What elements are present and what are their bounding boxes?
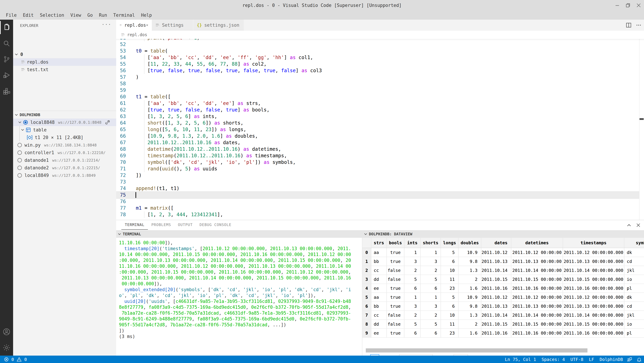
settings-gear-icon[interactable] [0,340,13,356]
explorer-section-0[interactable]: 0 [13,51,116,58]
tab-settings.json[interactable]: {}settings.json [194,20,244,31]
connection-datanode1[interactable]: datanode1ws://127.0.0.1:22214/ [13,156,116,164]
line-number: 76 [116,198,126,205]
source-control-icon[interactable] [0,51,13,67]
menu-selection[interactable]: Selection [37,11,67,19]
editor-scrollbar[interactable] [639,39,644,220]
breadcrumb[interactable]: repl.dos [116,31,644,39]
close-button[interactable] [633,0,644,11]
terminal-line: o', 'pl', 'dk', 'cd', 'jkl', 'io', 'pl',… [119,293,362,298]
column-header-dates[interactable]: dates [481,238,511,248]
column-header-longs[interactable]: longs [441,238,458,248]
close-panel-icon[interactable] [636,223,640,227]
connection-t1[interactable]: t1 20 × 11 [2.4KB] [13,134,116,141]
eol-sequence[interactable]: LF [586,357,597,362]
column-header-timestamps[interactable]: timestamps [563,238,624,248]
more-actions-icon[interactable]: ··· [102,22,111,27]
cell: 2011.10.16 00:00:00 [511,329,563,337]
editor-more-actions-icon[interactable] [636,22,641,28]
line-number: 58 [116,80,126,87]
file-icon [21,60,25,64]
run-debug-icon[interactable] [0,67,13,83]
encoding[interactable]: UTF-8 [568,357,586,362]
menu-go[interactable]: Go [84,11,96,19]
explorer-icon[interactable] [0,20,13,35]
dataview-header[interactable]: DOLPHINDB: DATAVIEW [362,230,644,238]
file-icon [121,33,125,37]
connection-table[interactable]: table [13,126,116,134]
editor-tab-bar: repl.dosSettings{}settings.json [116,20,644,31]
cell: 2 [420,266,441,275]
cell: 6 [420,329,441,337]
search-icon[interactable] [0,35,13,51]
breadcrumb-item[interactable]: repl.dos [127,32,147,37]
cell: 5 [404,320,420,328]
cell: dd [371,320,387,328]
maximize-panel-icon[interactable] [627,223,631,227]
connection-local8849[interactable]: local8849ws://127.0.0.1:8849 [13,172,116,179]
cell: 5 [441,293,458,302]
problems-status[interactable]: 0 0 [0,357,27,362]
file-item-repl.dos[interactable]: repl.dos [13,58,116,66]
cursor-position[interactable]: Ln 75, Col 1 [502,357,539,362]
cell: jkl [624,311,644,320]
terminal-line: 9049-8c91-6249-b488e8f27779, fa08f3a9-c4… [119,316,362,322]
cell: 2011.10.15 00:00:00 [511,320,563,328]
table-header-row: strsboolsintsshortslongsdoublesdatesdate… [362,238,644,248]
connection-datanode2[interactable]: datanode2ws://127.0.0.1:22215/ [13,164,116,172]
terminal-output[interactable]: 11.10.16 00:00:00]), timestamp[20]('time… [116,238,362,340]
column-header-doubles[interactable]: doubles [458,238,481,248]
cell: false [387,275,404,284]
title-bar: repl.dos - 0 - Visual Studio Code [Super… [0,0,644,11]
chevron-down-icon [364,232,368,236]
line-number: 65 [116,126,126,133]
panel-tab-problems[interactable]: PROBLEMS [148,221,174,230]
tab-Settings[interactable]: Settings [152,20,194,31]
file-item-test.txt[interactable]: test.txt [13,66,116,73]
terminal-line: 00:00:00.000]), [119,281,362,287]
indentation[interactable]: Spaces: 4 [539,357,568,362]
split-editor-icon[interactable] [626,22,631,28]
code-line-76: 76 [116,198,639,205]
column-header-bools[interactable]: bools [387,238,404,248]
menu-terminal[interactable]: Terminal [110,11,138,19]
column-header-datetimes[interactable]: datetimes [511,238,563,248]
column-header-shorts[interactable]: shorts [420,238,441,248]
column-header-ints[interactable]: ints [404,238,420,248]
bell-icon[interactable] [636,357,642,362]
panel-tab-output[interactable]: OUTPUT [174,221,196,230]
dolphindb-section-header[interactable]: DOLPHINDB [13,111,116,118]
column-header-strs[interactable]: strs [371,238,387,248]
code-editor[interactable]: 51 print('print' + 1)5253t0 = table(54 [… [116,39,639,220]
cell: true [387,329,404,337]
connection-win.py[interactable]: win.pyws://192.168.134.1:8848 [13,141,116,149]
menu-help[interactable]: Help [138,11,155,19]
terminal-group-header[interactable]: TERMINAL [116,230,362,238]
panel-tab-terminal[interactable]: TERMINAL [121,221,148,230]
line-number: 72 [116,172,126,179]
panel-tab-debug-console[interactable]: DEBUG CONSOLE [196,221,235,230]
feedback-icon[interactable] [626,357,633,362]
menu-view[interactable]: View [67,11,84,19]
activity-bar [0,20,13,356]
editor-scroll-shadow [116,39,644,41]
connection-controller1[interactable]: controller1ws://127.0.0.1:22210/ [13,149,116,156]
language-mode[interactable]: DolphinDB [597,357,626,362]
tab-repl.dos[interactable]: repl.dos [116,20,152,31]
menu-edit[interactable]: Edit [20,11,37,19]
menu-run[interactable]: Run [96,11,110,19]
dataview-horizontal-scrollbar[interactable] [366,348,588,353]
account-icon[interactable] [0,324,13,340]
connection-local8848[interactable]: local8848ws://127.0.0.1:8848 [13,118,116,126]
line-number: 77 [116,205,126,211]
cell: 1.6 [458,329,481,337]
menu-file[interactable]: File [3,11,20,19]
column-header-index[interactable] [362,238,371,248]
code-text: [true, true, false, false, true] as bool… [136,107,270,113]
restore-button[interactable] [623,0,633,11]
minimize-button[interactable] [612,0,623,11]
line-number: 62 [116,107,126,113]
extensions-icon[interactable] [0,83,13,99]
column-header-symbols[interactable]: symbols [624,238,644,248]
terminal-line: 8e8f27779, fa08f3a9-c4d5-7375-169a-6bd9e… [119,304,362,310]
